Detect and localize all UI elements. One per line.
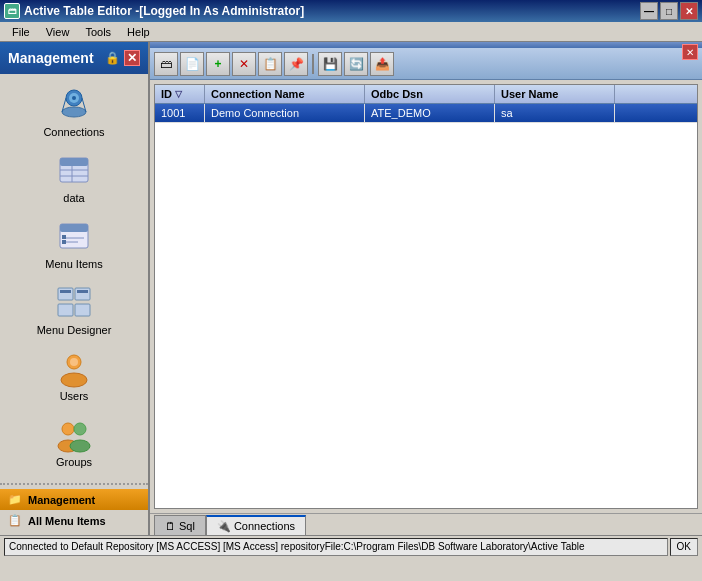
col-name-label: Connection Name xyxy=(211,88,305,100)
groups-label: Groups xyxy=(56,456,92,468)
sidebar-item-data[interactable]: data xyxy=(0,144,148,210)
column-header-odbc-dsn[interactable]: Odbc Dsn xyxy=(365,85,495,103)
toolbar-btn-refresh[interactable]: 🔄 xyxy=(344,52,368,76)
toolbar-btn-copy[interactable]: 📋 xyxy=(258,52,282,76)
svg-rect-20 xyxy=(75,304,90,316)
toolbar-btn-export[interactable]: 📤 xyxy=(370,52,394,76)
svg-rect-22 xyxy=(77,290,88,293)
data-label: data xyxy=(63,192,84,204)
window-title: Active Table Editor -[Logged In As Admin… xyxy=(24,4,304,18)
sidebar-item-menu-designer[interactable]: Menu Designer xyxy=(0,276,148,342)
app-icon: 🗃 xyxy=(4,3,20,19)
toolbar-btn-new[interactable]: 📄 xyxy=(180,52,204,76)
toolbar-btn-save[interactable]: 💾 xyxy=(318,52,342,76)
svg-rect-15 xyxy=(62,235,66,239)
connections-tab-label: Connections xyxy=(234,520,295,532)
col-user-label: User Name xyxy=(501,88,558,100)
toolbar-btn-delete[interactable]: ✕ xyxy=(232,52,256,76)
connections-label: Connections xyxy=(43,126,104,138)
toolbar-btn-db[interactable]: 🗃 xyxy=(154,52,178,76)
svg-point-2 xyxy=(72,96,76,100)
toolbar-btn-add[interactable]: + xyxy=(206,52,230,76)
content-wrapper: ✕ 🗃 📄 + ✕ 📋 📌 💾 🔄 📤 ID ▽ Connection xyxy=(150,42,702,535)
close-button[interactable]: ✕ xyxy=(680,2,698,20)
col-id-label: ID xyxy=(161,88,172,100)
all-menu-items-nav-icon: 📋 xyxy=(8,514,22,527)
management-nav-icon: 📁 xyxy=(8,493,22,506)
cell-odbc-dsn: ATE_DEMO xyxy=(365,104,495,122)
cell-connection-name: Demo Connection xyxy=(205,104,365,122)
title-bar: 🗃 Active Table Editor -[Logged In As Adm… xyxy=(0,0,702,22)
svg-point-27 xyxy=(74,423,86,435)
svg-point-3 xyxy=(62,107,86,117)
svg-rect-21 xyxy=(60,290,71,293)
column-header-connection-name[interactable]: Connection Name xyxy=(205,85,365,103)
svg-rect-17 xyxy=(58,288,73,300)
groups-icon xyxy=(54,414,94,454)
data-icon xyxy=(54,150,94,190)
menu-tools[interactable]: Tools xyxy=(77,24,119,40)
menu-designer-icon xyxy=(54,282,94,322)
menu-file[interactable]: File xyxy=(4,24,38,40)
users-label: Users xyxy=(60,390,89,402)
sidebar-item-menu-items[interactable]: Menu Items xyxy=(0,210,148,276)
toolbar: 🗃 📄 + ✕ 📋 📌 💾 🔄 📤 xyxy=(150,48,702,80)
sidebar: Management 🔒 ✕ Con xyxy=(0,42,150,535)
sidebar-close-button[interactable]: ✕ xyxy=(124,50,140,66)
title-controls: — □ ✕ xyxy=(640,2,698,20)
tab-sql[interactable]: 🗒 Sql xyxy=(154,515,206,535)
column-header-id[interactable]: ID ▽ xyxy=(155,85,205,103)
main-container: Management 🔒 ✕ Con xyxy=(0,42,702,535)
sidebar-bottom: 📁 Management 📋 All Menu Items xyxy=(0,483,148,535)
svg-point-29 xyxy=(70,440,90,452)
svg-rect-18 xyxy=(75,288,90,300)
svg-rect-7 xyxy=(60,158,88,166)
col-id-sort: ▽ xyxy=(175,89,182,99)
table-row[interactable]: 1001 Demo Connection ATE_DEMO sa xyxy=(155,104,697,123)
menu-items-icon xyxy=(54,216,94,256)
minimize-button[interactable]: — xyxy=(640,2,658,20)
status-ok: OK xyxy=(670,538,698,556)
sidebar-nav-management[interactable]: 📁 Management xyxy=(0,489,148,510)
table-header: ID ▽ Connection Name Odbc Dsn User Name xyxy=(155,85,697,104)
tab-bar: 🗒 Sql 🔌 Connections xyxy=(150,513,702,535)
svg-rect-19 xyxy=(58,304,73,316)
svg-rect-12 xyxy=(60,224,88,232)
sql-tab-label: Sql xyxy=(179,520,195,532)
menu-help[interactable]: Help xyxy=(119,24,158,40)
col-dsn-label: Odbc Dsn xyxy=(371,88,423,100)
menu-items-label: Menu Items xyxy=(45,258,102,270)
sidebar-item-users[interactable]: Users xyxy=(0,342,148,408)
sidebar-item-sql[interactable]: SQL query SQL xyxy=(0,474,148,483)
all-menu-items-nav-label: All Menu Items xyxy=(28,515,106,527)
connections-icon xyxy=(54,84,94,124)
lock-icon: 🔒 xyxy=(105,51,120,65)
toolbar-btn-paste[interactable]: 📌 xyxy=(284,52,308,76)
connections-tab-icon: 🔌 xyxy=(217,520,231,533)
svg-rect-16 xyxy=(62,240,66,244)
users-icon xyxy=(54,348,94,388)
sidebar-items: Connections data xyxy=(0,74,148,483)
content-close-button[interactable]: ✕ xyxy=(682,44,698,60)
sidebar-item-groups[interactable]: Groups xyxy=(0,408,148,474)
svg-point-24 xyxy=(61,373,87,387)
table-container: ID ▽ Connection Name Odbc Dsn User Name … xyxy=(154,84,698,509)
maximize-button[interactable]: □ xyxy=(660,2,678,20)
column-header-user-name[interactable]: User Name xyxy=(495,85,615,103)
svg-point-25 xyxy=(70,358,78,366)
svg-point-26 xyxy=(62,423,74,435)
cell-id: 1001 xyxy=(155,104,205,122)
menu-designer-label: Menu Designer xyxy=(37,324,112,336)
sidebar-nav-all-menu-items[interactable]: 📋 All Menu Items xyxy=(0,510,148,531)
sidebar-item-connections[interactable]: Connections xyxy=(0,78,148,144)
title-bar-left: 🗃 Active Table Editor -[Logged In As Adm… xyxy=(4,3,304,19)
toolbar-separator xyxy=(312,54,314,74)
cell-user-name: sa xyxy=(495,104,615,122)
menu-view[interactable]: View xyxy=(38,24,78,40)
status-bar: Connected to Default Repository [MS ACCE… xyxy=(0,535,702,557)
menu-bar: File View Tools Help xyxy=(0,22,702,42)
sidebar-title: Management xyxy=(8,50,94,66)
sidebar-header: Management 🔒 ✕ xyxy=(0,42,148,74)
tab-connections[interactable]: 🔌 Connections xyxy=(206,515,306,535)
status-text: Connected to Default Repository [MS ACCE… xyxy=(4,538,668,556)
